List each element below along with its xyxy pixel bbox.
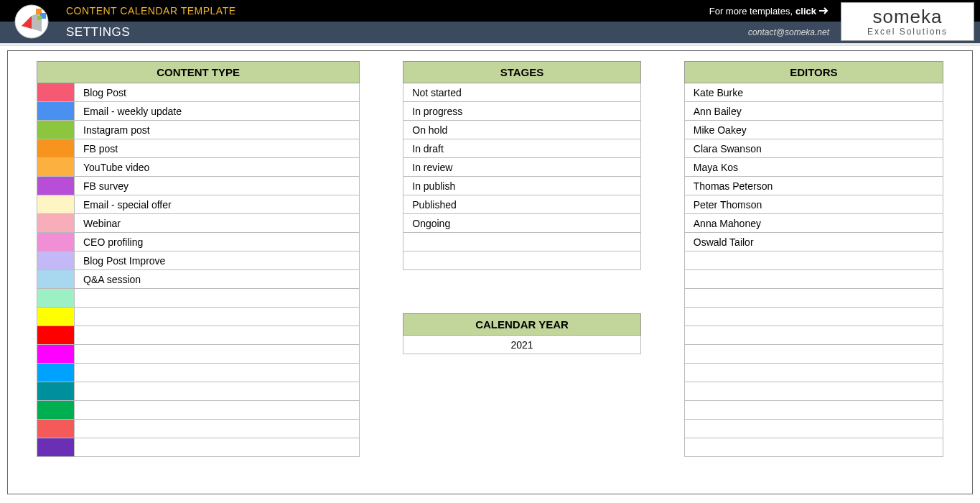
stages-table: STAGES Not startedIn progressOn holdIn d… [403, 61, 641, 270]
editor-cell[interactable] [684, 270, 943, 289]
content-type-label-cell[interactable]: Email - weekly update [75, 102, 360, 121]
editor-cell[interactable]: Mike Oakey [684, 121, 943, 139]
template-title: CONTENT CALENDAR TEMPLATE [66, 5, 236, 17]
content-type-color-cell[interactable] [37, 177, 75, 195]
content-type-color-cell[interactable] [37, 83, 75, 102]
content-type-color-cell[interactable] [37, 139, 75, 158]
content-type-color-cell[interactable] [37, 438, 75, 457]
content-type-label-cell[interactable] [75, 364, 360, 382]
content-type-label-cell[interactable] [75, 345, 360, 364]
content-type-color-cell[interactable] [37, 270, 75, 289]
editor-row [684, 364, 943, 382]
content-type-color-cell[interactable] [37, 308, 75, 326]
editor-row: Clara Swanson [684, 139, 943, 158]
content-type-label-cell[interactable]: Q&A session [75, 270, 360, 289]
content-type-row: Email - weekly update [37, 102, 360, 121]
content-type-color-cell[interactable] [37, 102, 75, 121]
editor-cell[interactable] [684, 326, 943, 345]
more-templates-click: click [795, 6, 816, 17]
content-type-label-cell[interactable]: Blog Post Improve [75, 251, 360, 270]
content-type-color-cell[interactable] [37, 326, 75, 345]
content-type-row [37, 289, 360, 308]
content-type-row [37, 438, 360, 457]
content-type-label-cell[interactable] [75, 438, 360, 457]
page-title: SETTINGS [66, 25, 130, 40]
editor-row [684, 270, 943, 289]
brand-tagline: Excel Solutions [867, 27, 948, 36]
stage-cell[interactable]: Not started [403, 83, 641, 102]
stage-cell[interactable]: Ongoing [403, 214, 641, 233]
stage-row: Published [403, 195, 641, 214]
stage-row: In publish [403, 177, 641, 195]
content-type-label-cell[interactable]: Instagram post [75, 121, 360, 139]
content-type-label-cell[interactable]: Blog Post [75, 83, 360, 102]
stage-cell[interactable]: In review [403, 158, 641, 177]
editor-cell[interactable] [684, 251, 943, 270]
content-type-label-cell[interactable]: Webinar [75, 214, 360, 233]
editor-cell[interactable]: Thomas Peterson [684, 177, 943, 195]
content-type-color-cell[interactable] [37, 251, 75, 270]
content-type-label-cell[interactable]: FB post [75, 139, 360, 158]
content-type-color-cell[interactable] [37, 420, 75, 438]
content-type-label-cell[interactable]: YouTube video [75, 158, 360, 177]
editor-row: Maya Kos [684, 158, 943, 177]
content-type-color-cell[interactable] [37, 121, 75, 139]
content-type-color-cell[interactable] [37, 214, 75, 233]
content-type-row [37, 345, 360, 364]
editor-row: Ann Bailey [684, 102, 943, 121]
stages-column: STAGES Not startedIn progressOn holdIn d… [403, 61, 641, 354]
content-type-label-cell[interactable] [75, 382, 360, 401]
arrow-right-icon [819, 6, 829, 17]
editor-cell[interactable] [684, 438, 943, 457]
content-type-row [37, 326, 360, 345]
content-type-label-cell[interactable] [75, 308, 360, 326]
content-type-color-cell[interactable] [37, 382, 75, 401]
editor-cell[interactable] [684, 401, 943, 420]
content-type-label-cell[interactable]: CEO profiling [75, 233, 360, 251]
brand-name: someka [872, 7, 942, 26]
calendar-year-cell[interactable]: 2021 [403, 336, 641, 354]
stage-cell[interactable]: On hold [403, 121, 641, 139]
editor-cell[interactable]: Maya Kos [684, 158, 943, 177]
editor-cell[interactable] [684, 382, 943, 401]
editor-row [684, 251, 943, 270]
content-type-color-cell[interactable] [37, 345, 75, 364]
editor-cell[interactable]: Ann Bailey [684, 102, 943, 121]
content-type-color-cell[interactable] [37, 195, 75, 214]
editor-row [684, 382, 943, 401]
content-type-label-cell[interactable] [75, 401, 360, 420]
content-type-color-cell[interactable] [37, 289, 75, 308]
content-type-color-cell[interactable] [37, 364, 75, 382]
content-type-color-cell[interactable] [37, 158, 75, 177]
stage-cell[interactable] [403, 233, 641, 251]
content-type-color-cell[interactable] [37, 401, 75, 420]
editor-row: Oswald Tailor [684, 233, 943, 251]
editor-row: Kate Burke [684, 83, 943, 102]
content-type-row [37, 401, 360, 420]
stage-cell[interactable]: In publish [403, 177, 641, 195]
content-type-label-cell[interactable]: FB survey [75, 177, 360, 195]
stage-row [403, 233, 641, 251]
editor-cell[interactable]: Oswald Tailor [684, 233, 943, 251]
brand-logo[interactable]: someka Excel Solutions [841, 2, 974, 41]
stage-cell[interactable]: Published [403, 195, 641, 214]
editor-cell[interactable]: Peter Thomson [684, 195, 943, 214]
stage-cell[interactable]: In draft [403, 139, 641, 158]
editor-cell[interactable] [684, 420, 943, 438]
editor-row [684, 420, 943, 438]
editor-cell[interactable]: Clara Swanson [684, 139, 943, 158]
stage-cell[interactable]: In progress [403, 102, 641, 121]
content-type-label-cell[interactable] [75, 289, 360, 308]
stage-cell[interactable] [403, 251, 641, 270]
editor-cell[interactable]: Kate Burke [684, 83, 943, 102]
editor-cell[interactable]: Anna Mahoney [684, 214, 943, 233]
editor-cell[interactable] [684, 364, 943, 382]
editor-cell[interactable] [684, 289, 943, 308]
content-type-label-cell[interactable] [75, 326, 360, 345]
content-type-color-cell[interactable] [37, 233, 75, 251]
editor-cell[interactable] [684, 345, 943, 364]
editor-cell[interactable] [684, 308, 943, 326]
content-type-label-cell[interactable] [75, 420, 360, 438]
content-type-label-cell[interactable]: Email - special offer [75, 195, 360, 214]
editor-row [684, 308, 943, 326]
